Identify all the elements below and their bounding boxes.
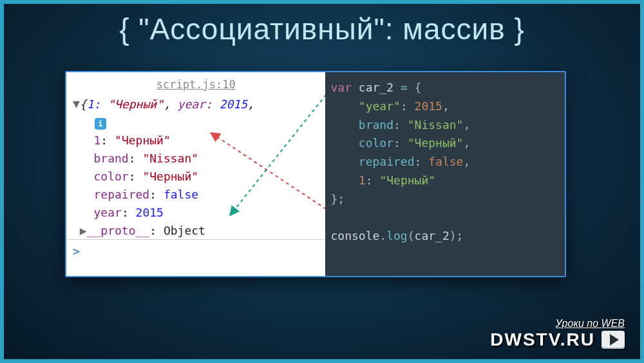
prop-row-proto: ▶__proto__: Object — [66, 222, 325, 240]
info-icon: i — [95, 118, 106, 130]
code-panels: script.js:10 ▼{1: "Черный", year: 2015, … — [65, 71, 566, 277]
console-prompt: > — [66, 239, 325, 263]
prop-row-color: color: "Черный" — [66, 168, 325, 186]
slide-root: { "Ассоциативный": массив } script.js:10… — [0, 0, 644, 363]
watermark-main: DWSTV.RU — [490, 329, 595, 350]
prop-row-1: 1: "Черный" — [66, 132, 325, 150]
watermark: Уроки по WEB DWSTV.RU — [490, 318, 625, 350]
collapse-icon: ▶ — [80, 224, 87, 237]
info-badge-row: i — [66, 113, 325, 132]
console-summary-line: ▼{1: "Черный", year: 2015, — [66, 95, 325, 113]
slide-title: { "Ассоциативный": массив } — [4, 4, 640, 46]
watermark-sub: Уроки по WEB — [490, 318, 625, 329]
prop-row-repaired: repaired: false — [66, 186, 325, 204]
editor-panel: var car_2 = { "year": 2015, brand: "Niss… — [325, 72, 565, 276]
play-icon — [601, 331, 625, 349]
prop-row-brand: brand: "Nissan" — [66, 150, 325, 168]
source-file-link: script.js:10 — [66, 76, 325, 93]
expand-icon: ▼ — [73, 95, 80, 113]
console-panel: script.js:10 ▼{1: "Черный", year: 2015, … — [66, 72, 325, 276]
prop-row-year: year: 2015 — [66, 204, 325, 222]
